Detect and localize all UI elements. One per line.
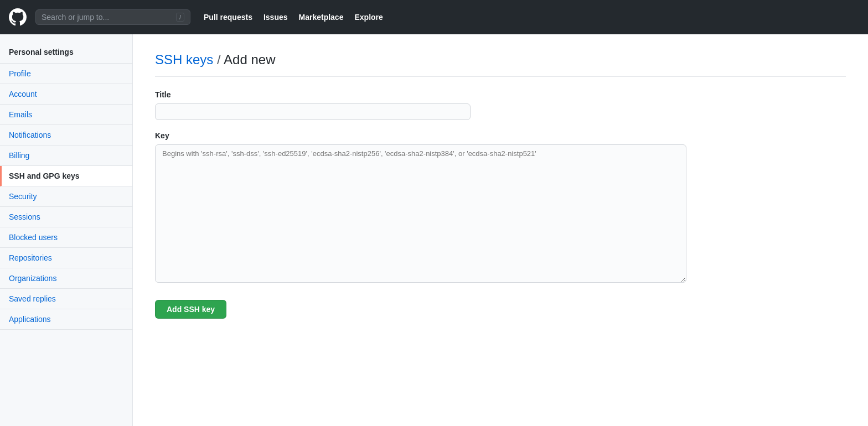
sidebar-item-notifications[interactable]: Notifications [0, 125, 132, 146]
main-content: SSH keys / Add new Title Key Add SSH key [133, 34, 868, 426]
key-form-group: Key [155, 131, 846, 284]
sidebar-item-organizations[interactable]: Organizations [0, 268, 132, 289]
sidebar-item-repositories[interactable]: Repositories [0, 248, 132, 268]
key-textarea[interactable] [155, 144, 686, 283]
title-input[interactable] [155, 103, 471, 120]
slash-key-badge: / [176, 13, 184, 22]
sidebar-item-profile[interactable]: Profile [0, 64, 132, 84]
nav-explore[interactable]: Explore [354, 13, 383, 22]
breadcrumb-separator: / [217, 52, 224, 67]
sidebar-heading: Personal settings [0, 43, 132, 64]
sidebar-item-billing[interactable]: Billing [0, 146, 132, 166]
topnav-links: Pull requests Issues Marketplace Explore [204, 13, 383, 22]
sidebar: Personal settings Profile Account Emails… [0, 34, 133, 426]
page-container: Personal settings Profile Account Emails… [0, 34, 868, 426]
sidebar-item-applications[interactable]: Applications [0, 309, 132, 330]
breadcrumb-current: Add new [224, 52, 275, 67]
top-navigation: / Pull requests Issues Marketplace Explo… [0, 0, 868, 34]
title-form-group: Title [155, 90, 846, 120]
sidebar-item-sessions[interactable]: Sessions [0, 207, 132, 227]
sidebar-item-emails[interactable]: Emails [0, 105, 132, 125]
sidebar-item-blocked-users[interactable]: Blocked users [0, 227, 132, 248]
github-logo-icon[interactable] [9, 8, 27, 26]
search-input[interactable] [42, 13, 172, 22]
nav-pull-requests[interactable]: Pull requests [204, 13, 252, 22]
nav-issues[interactable]: Issues [264, 13, 288, 22]
title-label: Title [155, 90, 846, 99]
nav-marketplace[interactable]: Marketplace [299, 13, 344, 22]
add-ssh-key-form: Title Key Add SSH key [155, 90, 846, 319]
sidebar-item-account[interactable]: Account [0, 84, 132, 105]
sidebar-item-security[interactable]: Security [0, 186, 132, 207]
sidebar-item-saved-replies[interactable]: Saved replies [0, 289, 132, 309]
page-heading: SSH keys / Add new [155, 52, 846, 77]
add-ssh-key-button[interactable]: Add SSH key [155, 300, 226, 319]
key-label: Key [155, 131, 846, 140]
sidebar-item-ssh-gpg[interactable]: SSH and GPG keys [0, 166, 132, 186]
ssh-keys-breadcrumb-link[interactable]: SSH keys [155, 52, 213, 67]
search-box[interactable]: / [35, 9, 190, 25]
